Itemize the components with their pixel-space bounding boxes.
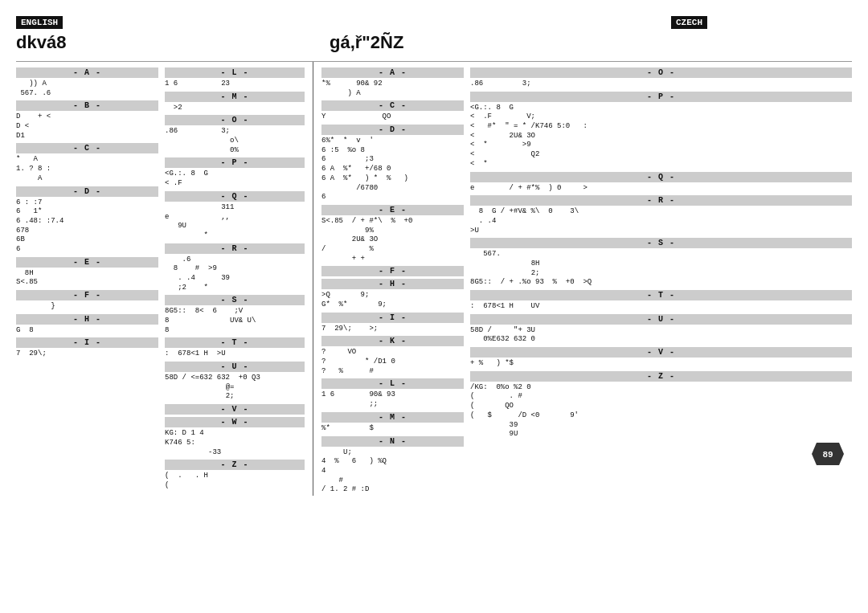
left-two-col: - A - )) A 567. .6 - B - D + < D < D1 - … [16, 65, 305, 492]
r2-entry-U: 58D / "+ 3U 0%E632 632 0 [470, 326, 852, 345]
section-R-header: - R - [165, 243, 305, 254]
entry-S: 8G5:: 8< 6 ;V 8 UV& U\ 8 [165, 307, 305, 335]
r-section-E-header: - E - [321, 205, 464, 215]
entry-O: .86 3; o\ 0% [165, 127, 305, 155]
section-Q-header: - Q - [165, 191, 305, 202]
r-entry-I: 7 29\; >; [321, 325, 464, 334]
r2-entry-O: .86 3; [470, 80, 852, 89]
entry-Z: ( . . H ( [165, 472, 305, 490]
r-section-M-header: - M - [321, 412, 464, 423]
page-container: ENGLISH CZECH dkvá8 gá,ř"2ÑZ - A - )) A … [16, 16, 852, 496]
r2-section-S-header: - S - [470, 238, 852, 248]
r2-entry-S: 567. 8H 2; 8G5:: / + .%o 93 % +0 >Q [470, 250, 852, 288]
entry-C: * A 1. ? 8 : A [16, 155, 158, 183]
r-entry-M: %* $ [321, 424, 464, 434]
r2-entry-P: <G.:. 8 G < .F V; < #* " = * /K746 5:0 :… [470, 104, 852, 170]
english-badge: ENGLISH [16, 16, 63, 29]
r2-section-O-header: - O - [470, 67, 852, 78]
entry-E: 8H S<.85 [16, 269, 158, 288]
left-col2: - L - 1 6 23 - M - >2 - O - .86 3; o\ 0%… [165, 65, 305, 492]
r-section-C-header: - C - [321, 100, 464, 111]
right-col2: - O - .86 3; - P - <G.:. 8 G < .F V; < #… [470, 65, 852, 496]
r2-entry-V: + % ) *$ [470, 359, 852, 369]
czech-badge: CZECH [671, 16, 707, 29]
r2-section-R-header: - R - [470, 195, 852, 206]
page-number: 89 [822, 450, 833, 460]
r-entry-D: 6%* * v ' 6 :5 %o 8 6 ;3 6 A %* +/68 0 6… [321, 137, 464, 202]
section-O-header: - O - [165, 115, 305, 125]
r2-entry-Q: e / + #*% ) 0 > [470, 184, 852, 194]
entry-U: 58D / <=632 632 +0 Q3 @= 2; [165, 374, 305, 402]
section-E-header: - E - [16, 257, 158, 268]
section-A-header: - A - [16, 67, 158, 78]
r-section-H-header: - H - [321, 279, 464, 289]
r-section-A-header: - A - [321, 67, 464, 78]
section-M-header: - M - [165, 92, 305, 102]
entry-T: : 678<1 H >U [165, 349, 305, 359]
left-col1: - A - )) A 567. .6 - B - D + < D < D1 - … [16, 65, 165, 492]
right-section: - A - *% 90& 92 ) A - C - Y QO - D - 6%*… [313, 62, 852, 496]
r-entry-E: S<.85 / + #*\ % +0 9% 2U& 3O / % + + [321, 217, 464, 264]
r-entry-K: ? VO ? * /D1 0 ? % # [321, 348, 464, 376]
r-section-I-header: - I - [321, 313, 464, 323]
r2-section-T-header: - T - [470, 290, 852, 300]
section-U-header: - U - [165, 362, 305, 372]
section-Z-header: - Z - [165, 460, 305, 470]
entry-R: .6 8 # >9 . .4 39 ;2 * [165, 255, 305, 293]
section-L-header: - L - [165, 67, 305, 78]
section-V-header: - V - [165, 404, 305, 415]
section-D-header: - D - [16, 186, 158, 197]
section-P-header: - P - [165, 157, 305, 168]
title-right: gá,ř"2ÑZ [330, 32, 403, 53]
r-section-F-header: - F - [321, 266, 464, 276]
entry-P: <G.:. 8 G < .F [165, 170, 305, 188]
title-left: dkvá8 [16, 32, 297, 53]
entry-B: D + < D < D1 [16, 112, 158, 141]
header-row: ENGLISH CZECH [16, 16, 852, 29]
left-section: - A - )) A 567. .6 - B - D + < D < D1 - … [16, 62, 313, 496]
r-entry-C: Y QO [321, 112, 464, 122]
entry-M: >2 [165, 104, 305, 113]
section-F-header: - F - [16, 290, 158, 300]
columns-wrapper: - A - )) A 567. .6 - B - D + < D < D1 - … [16, 61, 852, 496]
r2-section-U-header: - U - [470, 314, 852, 325]
section-S-header: - S - [165, 295, 305, 305]
r-section-N-header: - N - [321, 436, 464, 447]
r-section-D-header: - D - [321, 125, 464, 135]
entry-I: 7 29\; [16, 349, 158, 359]
entry-W: KG: D 1 4 K746 5: -33 [165, 429, 305, 457]
entry-L: 1 6 23 [165, 80, 305, 89]
r-entry-A: *% 90& 92 ) A [321, 80, 464, 98]
entry-D: 6 : :7 6 1* 6 .48: :7.4 678 6B 6 [16, 198, 158, 255]
r2-section-Z-header: - Z - [470, 371, 852, 382]
r-entry-N: U; 4 % 6 ) %Q 4 # / 1. 2 # :D [321, 448, 464, 495]
title-row: dkvá8 gá,ř"2ÑZ [16, 32, 852, 53]
section-W-header: - W - [165, 417, 305, 427]
page-badge-wrap: 89 [470, 443, 852, 468]
r2-entry-T: : 678<1 H UV [470, 302, 852, 312]
section-I-header: - I - [16, 337, 158, 348]
entry-F: } [16, 302, 158, 312]
section-B-header: - B - [16, 100, 158, 111]
r-entry-L: 1 6 90& 93 ;; [321, 390, 464, 409]
r-entry-H: >Q 9; G* %* 9; [321, 291, 464, 309]
right-two-col: - A - *% 90& 92 ) A - C - Y QO - D - 6%*… [321, 65, 852, 496]
r2-section-P-header: - P - [470, 92, 852, 102]
r2-section-V-header: - V - [470, 347, 852, 358]
section-T-header: - T - [165, 337, 305, 348]
entry-A: )) A 567. .6 [16, 80, 158, 98]
r-section-L-header: - L - [321, 378, 464, 389]
entry-H: G 8 [16, 326, 158, 336]
entry-Q: 311 e ,, 9U * [165, 203, 305, 241]
r-section-K-header: - K - [321, 336, 464, 346]
section-C-header: - C - [16, 143, 158, 153]
r2-section-Q-header: - Q - [470, 172, 852, 182]
section-H-header: - H - [16, 314, 158, 325]
r2-entry-R: 8 G / +#V& %\ 0 3\ . .4 >U [470, 207, 852, 235]
r2-entry-Z: /KG: 0%o %2 0 ( . # ( QO ( $ /D <0 9' 39… [470, 383, 852, 439]
right-col1: - A - *% 90& 92 ) A - C - Y QO - D - 6%*… [321, 65, 470, 496]
